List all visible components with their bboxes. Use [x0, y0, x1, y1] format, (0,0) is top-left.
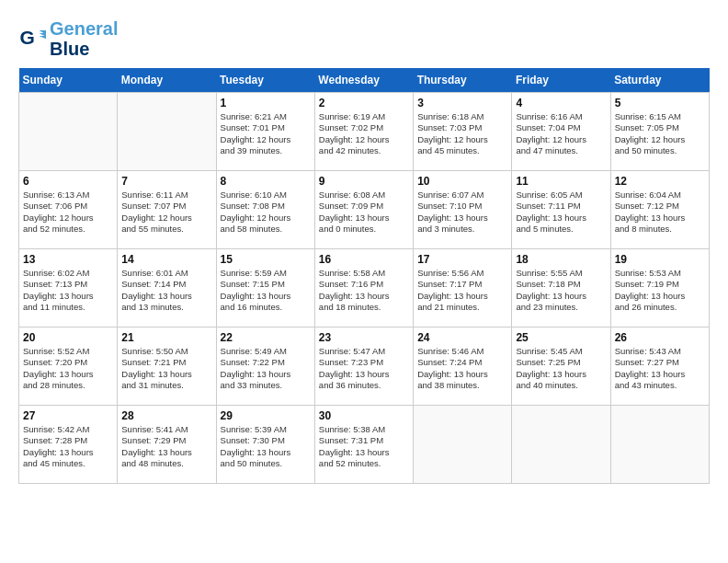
logo-icon: G — [18, 25, 46, 52]
week-row-3: 13Sunrise: 6:02 AM Sunset: 7:13 PM Dayli… — [19, 249, 710, 327]
day-number: 15 — [221, 253, 311, 266]
cal-cell: 28Sunrise: 5:41 AM Sunset: 7:29 PM Dayli… — [118, 406, 216, 484]
day-number: 26 — [615, 331, 705, 344]
day-header-saturday: Saturday — [610, 68, 709, 93]
day-header-monday: Monday — [118, 68, 216, 93]
day-number: 30 — [319, 409, 409, 422]
cal-cell: 8Sunrise: 6:10 AM Sunset: 7:08 PM Daylig… — [216, 171, 314, 249]
cal-cell: 10Sunrise: 6:07 AM Sunset: 7:10 PM Dayli… — [414, 171, 512, 249]
day-number: 19 — [615, 253, 705, 266]
day-number: 3 — [417, 97, 507, 109]
cell-info: Sunrise: 6:02 AM Sunset: 7:13 PM Dayligh… — [23, 268, 113, 313]
day-number: 11 — [516, 175, 606, 188]
day-number: 7 — [121, 175, 211, 188]
cal-cell: 1Sunrise: 6:21 AM Sunset: 7:01 PM Daylig… — [216, 93, 314, 171]
cell-info: Sunrise: 5:38 AM Sunset: 7:31 PM Dayligh… — [319, 424, 409, 469]
day-number: 16 — [319, 253, 409, 266]
cell-info: Sunrise: 5:43 AM Sunset: 7:27 PM Dayligh… — [615, 346, 705, 391]
cell-info: Sunrise: 5:58 AM Sunset: 7:16 PM Dayligh… — [319, 268, 409, 313]
cell-info: Sunrise: 6:08 AM Sunset: 7:09 PM Dayligh… — [319, 190, 409, 235]
day-header-sunday: Sunday — [19, 68, 118, 93]
cal-cell: 6Sunrise: 6:13 AM Sunset: 7:06 PM Daylig… — [19, 171, 118, 249]
day-number: 27 — [23, 409, 113, 422]
cal-cell: 9Sunrise: 6:08 AM Sunset: 7:09 PM Daylig… — [314, 171, 413, 249]
day-header-tuesday: Tuesday — [216, 68, 314, 93]
cal-cell: 2Sunrise: 6:19 AM Sunset: 7:02 PM Daylig… — [314, 93, 413, 171]
cal-cell: 15Sunrise: 5:59 AM Sunset: 7:15 PM Dayli… — [216, 249, 314, 327]
cal-cell — [19, 93, 118, 171]
cell-info: Sunrise: 6:19 AM Sunset: 7:02 PM Dayligh… — [319, 111, 409, 156]
cal-cell: 12Sunrise: 6:04 AM Sunset: 7:12 PM Dayli… — [610, 171, 709, 249]
week-row-1: 1Sunrise: 6:21 AM Sunset: 7:01 PM Daylig… — [19, 93, 710, 171]
svg-text:G: G — [20, 27, 35, 48]
cell-info: Sunrise: 5:59 AM Sunset: 7:15 PM Dayligh… — [221, 268, 311, 313]
cell-info: Sunrise: 5:55 AM Sunset: 7:18 PM Dayligh… — [516, 268, 606, 313]
day-number: 21 — [121, 331, 211, 344]
cal-cell: 23Sunrise: 5:47 AM Sunset: 7:23 PM Dayli… — [314, 327, 413, 406]
cal-cell: 27Sunrise: 5:42 AM Sunset: 7:28 PM Dayli… — [19, 406, 118, 484]
day-header-thursday: Thursday — [414, 68, 512, 93]
cell-info: Sunrise: 6:16 AM Sunset: 7:04 PM Dayligh… — [516, 111, 606, 156]
day-number: 8 — [221, 175, 311, 188]
day-number: 14 — [121, 253, 211, 266]
cell-info: Sunrise: 6:13 AM Sunset: 7:06 PM Dayligh… — [23, 190, 113, 235]
cell-info: Sunrise: 5:42 AM Sunset: 7:28 PM Dayligh… — [23, 424, 113, 469]
week-row-2: 6Sunrise: 6:13 AM Sunset: 7:06 PM Daylig… — [19, 171, 710, 249]
cal-cell — [610, 406, 709, 484]
cell-info: Sunrise: 6:07 AM Sunset: 7:10 PM Dayligh… — [417, 190, 507, 235]
cal-cell: 7Sunrise: 6:11 AM Sunset: 7:07 PM Daylig… — [118, 171, 216, 249]
cell-info: Sunrise: 6:21 AM Sunset: 7:01 PM Dayligh… — [221, 111, 311, 156]
cell-info: Sunrise: 5:47 AM Sunset: 7:23 PM Dayligh… — [319, 346, 409, 391]
cal-cell: 20Sunrise: 5:52 AM Sunset: 7:20 PM Dayli… — [19, 327, 118, 406]
cal-cell: 22Sunrise: 5:49 AM Sunset: 7:22 PM Dayli… — [216, 327, 314, 406]
cell-info: Sunrise: 6:18 AM Sunset: 7:03 PM Dayligh… — [417, 111, 507, 156]
cal-cell: 3Sunrise: 6:18 AM Sunset: 7:03 PM Daylig… — [414, 93, 512, 171]
day-number: 4 — [516, 97, 606, 109]
day-number: 22 — [221, 331, 311, 344]
cal-cell: 21Sunrise: 5:50 AM Sunset: 7:21 PM Dayli… — [118, 327, 216, 406]
cal-cell: 26Sunrise: 5:43 AM Sunset: 7:27 PM Dayli… — [610, 327, 709, 406]
svg-marker-3 — [40, 36, 47, 40]
week-row-5: 27Sunrise: 5:42 AM Sunset: 7:28 PM Dayli… — [19, 406, 710, 484]
day-number: 20 — [23, 331, 113, 344]
cal-cell — [512, 406, 610, 484]
calendar-header-row: SundayMondayTuesdayWednesdayThursdayFrid… — [19, 68, 710, 93]
day-number: 2 — [319, 97, 409, 109]
cell-info: Sunrise: 5:39 AM Sunset: 7:30 PM Dayligh… — [221, 424, 311, 469]
day-number: 12 — [615, 175, 705, 188]
day-number: 18 — [516, 253, 606, 266]
day-number: 10 — [417, 175, 507, 188]
cell-info: Sunrise: 6:10 AM Sunset: 7:08 PM Dayligh… — [221, 190, 311, 235]
cal-cell: 18Sunrise: 5:55 AM Sunset: 7:18 PM Dayli… — [512, 249, 610, 327]
cell-info: Sunrise: 5:49 AM Sunset: 7:22 PM Dayligh… — [221, 346, 311, 391]
cal-cell: 16Sunrise: 5:58 AM Sunset: 7:16 PM Dayli… — [314, 249, 413, 327]
cell-info: Sunrise: 6:04 AM Sunset: 7:12 PM Dayligh… — [615, 190, 705, 235]
calendar-table: SundayMondayTuesdayWednesdayThursdayFrid… — [18, 68, 710, 484]
cal-cell: 19Sunrise: 5:53 AM Sunset: 7:19 PM Dayli… — [610, 249, 709, 327]
day-number: 5 — [615, 97, 705, 109]
cell-info: Sunrise: 6:05 AM Sunset: 7:11 PM Dayligh… — [516, 190, 606, 235]
day-number: 24 — [417, 331, 507, 344]
cell-info: Sunrise: 5:56 AM Sunset: 7:17 PM Dayligh… — [417, 268, 507, 313]
day-number: 28 — [121, 409, 211, 422]
cell-info: Sunrise: 5:53 AM Sunset: 7:19 PM Dayligh… — [615, 268, 705, 313]
day-header-friday: Friday — [512, 68, 610, 93]
day-number: 9 — [319, 175, 409, 188]
cal-cell — [414, 406, 512, 484]
cal-cell: 25Sunrise: 5:45 AM Sunset: 7:25 PM Dayli… — [512, 327, 610, 406]
cal-cell: 29Sunrise: 5:39 AM Sunset: 7:30 PM Dayli… — [216, 406, 314, 484]
cal-cell: 11Sunrise: 6:05 AM Sunset: 7:11 PM Dayli… — [512, 171, 610, 249]
cell-info: Sunrise: 6:15 AM Sunset: 7:05 PM Dayligh… — [615, 111, 705, 156]
day-number: 1 — [221, 97, 311, 109]
cell-info: Sunrise: 6:11 AM Sunset: 7:07 PM Dayligh… — [121, 190, 211, 235]
cal-cell — [118, 93, 216, 171]
cell-info: Sunrise: 5:50 AM Sunset: 7:21 PM Dayligh… — [121, 346, 211, 391]
day-number: 25 — [516, 331, 606, 344]
day-header-wednesday: Wednesday — [314, 68, 413, 93]
week-row-4: 20Sunrise: 5:52 AM Sunset: 7:20 PM Dayli… — [19, 327, 710, 406]
day-number: 17 — [417, 253, 507, 266]
day-number: 6 — [23, 175, 113, 188]
page-header: G GeneralBlue — [18, 18, 710, 59]
cal-cell: 17Sunrise: 5:56 AM Sunset: 7:17 PM Dayli… — [414, 249, 512, 327]
cal-cell: 5Sunrise: 6:15 AM Sunset: 7:05 PM Daylig… — [610, 93, 709, 171]
